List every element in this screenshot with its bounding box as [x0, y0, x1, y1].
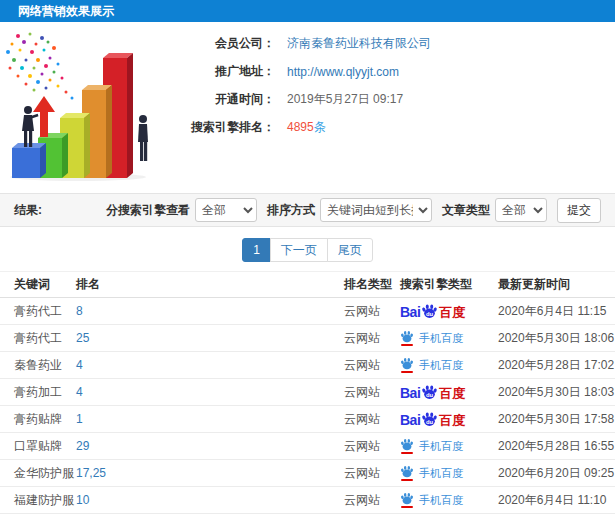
- page: 网络营销效果展示: [0, 0, 615, 520]
- baidu-logo-bai: Bai: [400, 413, 420, 427]
- engine-rank-count-unit: 条: [314, 120, 326, 134]
- rank-link[interactable]: 4: [76, 385, 83, 399]
- baidu-paw-icon: du: [421, 411, 438, 427]
- filter-group-engine-filter: 分搜索引擎查看全部: [96, 198, 257, 222]
- col-header-1: 排名: [76, 276, 344, 293]
- bar-blue: [12, 143, 46, 178]
- page-item-next[interactable]: 下一页: [270, 238, 328, 262]
- cell-keyword: 福建防护服: [14, 492, 76, 509]
- article-type-filter-select[interactable]: 全部: [495, 198, 547, 222]
- table-row: 秦鲁药业4云网站手机百度2020年5月28日 17:02: [0, 352, 615, 379]
- open-time-label: 开通时间：: [175, 91, 275, 108]
- cell-keyword: 膏药代工: [14, 330, 76, 347]
- rank-link[interactable]: 4: [76, 358, 83, 372]
- cell-keyword: 膏药加工: [14, 384, 76, 401]
- baidu-paw-icon: [400, 492, 414, 505]
- businessman-left: [22, 106, 38, 147]
- mobile-paw-icon: [400, 330, 414, 346]
- cell-updated: 2020年5月30日 18:03: [498, 384, 615, 401]
- pagination-list: 1下一页尾页: [242, 238, 373, 262]
- mobile-baidu-logo: 手机百度: [400, 465, 463, 481]
- engine-rank-count-label: 搜索引擎排名：: [175, 119, 275, 136]
- mobile-baidu-label: 手机百度: [419, 439, 463, 454]
- paw-underline: [401, 344, 413, 346]
- paw-underline: [401, 452, 413, 454]
- cell-rank: 4: [76, 385, 344, 399]
- cell-keyword: 口罩贴牌: [14, 438, 76, 455]
- cell-keyword: 金华防护服: [14, 465, 76, 482]
- sort-filter-select[interactable]: 关键词由短到长排序: [320, 198, 432, 222]
- cell-rank: 17,25: [76, 466, 344, 480]
- baidu-logo: Baidu百度: [400, 384, 465, 400]
- cell-rank: 8: [76, 304, 344, 318]
- submit-button[interactable]: 提交: [557, 198, 601, 223]
- page-item-last[interactable]: 尾页: [327, 238, 373, 262]
- engine-rank-count-count: 4895: [287, 120, 314, 134]
- baidu-logo-bai: Bai: [400, 305, 420, 319]
- page-item-1[interactable]: 1: [242, 238, 271, 262]
- cell-rank: 29: [76, 439, 344, 453]
- table-row: 膏药代工25云网站手机百度2020年5月30日 18:06: [0, 325, 615, 352]
- cell-rank-type: 云网站: [344, 330, 400, 347]
- mobile-baidu-label: 手机百度: [419, 331, 463, 346]
- cell-engine: 手机百度: [400, 357, 498, 373]
- rank-link[interactable]: 17,25: [76, 466, 106, 480]
- mobile-paw-icon: [400, 492, 414, 508]
- table-row: 膏药贴牌1云网站Baidu百度2020年5月30日 17:58: [0, 406, 615, 433]
- table-header-row: 关键词排名排名类型搜索引擎类型最新更新时间: [0, 272, 615, 298]
- cell-engine: Baidu百度: [400, 303, 498, 320]
- cell-updated: 2020年5月30日 18:06: [498, 330, 615, 347]
- member-company-value[interactable]: 济南秦鲁药业科技有限公司: [287, 35, 431, 52]
- paw-underline: [401, 371, 413, 373]
- paw-underline: [401, 506, 413, 508]
- mobile-baidu-logo: 手机百度: [400, 357, 463, 373]
- table-row: 手机百度: [0, 514, 615, 520]
- rank-link[interactable]: 29: [76, 439, 89, 453]
- keyword-rank-table: 关键词排名排名类型搜索引擎类型最新更新时间 膏药代工8云网站Baidu百度202…: [0, 271, 615, 520]
- cell-updated: 2020年6月4日 11:15: [498, 303, 615, 320]
- table-row: 膏药代工8云网站Baidu百度2020年6月4日 11:15: [0, 298, 615, 325]
- cell-updated: 2020年5月30日 17:58: [498, 411, 615, 428]
- rank-link[interactable]: 8: [76, 304, 83, 318]
- cell-engine: 手机百度: [400, 438, 498, 454]
- rank-link[interactable]: 1: [76, 412, 83, 426]
- info-field-promo-url: 推广地址：http://www.qlyyjt.com: [175, 64, 431, 79]
- pagination: 1下一页尾页: [0, 238, 615, 262]
- info-field-member-company: 会员公司：济南秦鲁药业科技有限公司: [175, 36, 431, 51]
- baidu-paw-icon: [400, 357, 414, 370]
- mobile-baidu-logo: 手机百度: [400, 438, 463, 454]
- rank-link[interactable]: 10: [76, 493, 89, 507]
- cell-rank-type: 云网站: [344, 465, 400, 482]
- cell-rank: 1: [76, 412, 344, 426]
- baidu-paw-icon: du: [421, 303, 438, 319]
- cell-engine: 手机百度: [400, 330, 498, 346]
- cell-engine: 手机百度: [400, 492, 498, 508]
- promo-url-value[interactable]: http://www.qlyyjt.com: [287, 65, 399, 79]
- table-body: 膏药代工8云网站Baidu百度2020年6月4日 11:15膏药代工25云网站手…: [0, 298, 615, 520]
- col-header-3: 搜索引擎类型: [400, 276, 498, 293]
- mobile-paw-icon: [400, 357, 414, 373]
- engine-filter-select[interactable]: 全部: [195, 198, 257, 222]
- cell-rank-type: 云网站: [344, 492, 400, 509]
- member-company-label: 会员公司：: [175, 35, 275, 52]
- info-field-engine-rank-count: 搜索引擎排名：4895条: [175, 120, 431, 135]
- cell-updated: 2020年6月4日 11:10: [498, 492, 615, 509]
- mobile-baidu-label: 手机百度: [419, 466, 463, 481]
- page-title: 网络营销效果展示: [0, 0, 615, 22]
- confetti-dots: [6, 33, 74, 100]
- cell-keyword: 膏药代工: [14, 303, 76, 320]
- svg-text:du: du: [426, 418, 434, 424]
- baidu-logo: Baidu百度: [400, 303, 465, 319]
- engine-rank-count-value: 4895条: [287, 119, 326, 136]
- table-row: 膏药加工4云网站Baidu百度2020年5月30日 18:03: [0, 379, 615, 406]
- table-row: 福建防护服10云网站手机百度2020年6月4日 11:10: [0, 487, 615, 514]
- cell-rank: 4: [76, 358, 344, 372]
- baidu-logo-cn: 百度: [439, 414, 465, 427]
- mobile-paw-icon: [400, 438, 414, 454]
- businessman-right: [138, 115, 148, 161]
- rank-link[interactable]: 25: [76, 331, 89, 345]
- baidu-paw-icon: [400, 465, 414, 478]
- mobile-baidu-label: 手机百度: [419, 493, 463, 508]
- filter-bar: 结果: 分搜索引擎查看全部排序方式关键词由短到长排序文章类型全部 提交: [0, 193, 615, 227]
- cell-rank-type: 云网站: [344, 357, 400, 374]
